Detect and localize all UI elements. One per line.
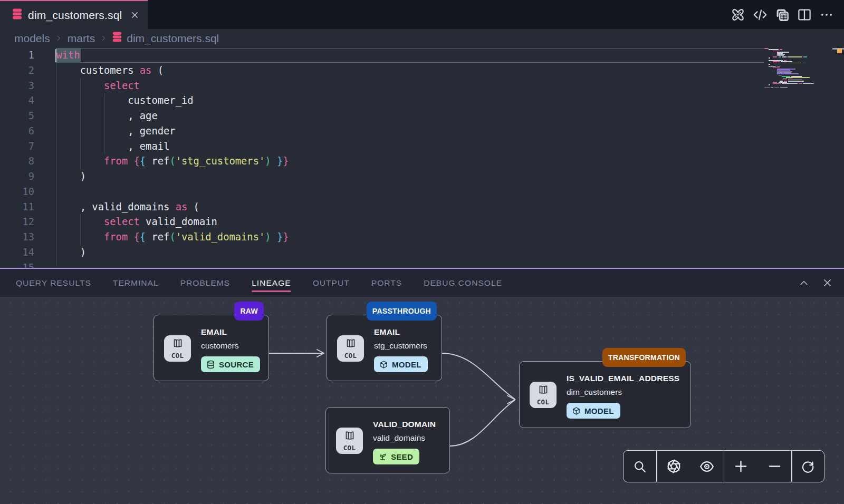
zoom-out-icon[interactable]	[761, 451, 788, 482]
indent-guide	[80, 78, 81, 169]
columns-icon	[344, 430, 356, 443]
breadcrumb: models marts dim_customers.sql	[0, 29, 844, 47]
edge-valid_domains-to-dim_customers	[450, 400, 515, 446]
code-line-text: , email	[56, 139, 170, 154]
node-column-name: EMAIL	[374, 327, 400, 337]
breadcrumb-models[interactable]: models	[14, 32, 50, 45]
lineage-toolbar	[623, 450, 824, 482]
cube-icon	[379, 360, 388, 369]
code-line-4: 4 customer_id	[0, 93, 764, 109]
column-chip-label: COL	[171, 352, 184, 360]
column-chip-label: COL	[537, 398, 549, 406]
lineage-node-dim_customers[interactable]: COLIS_VALID_EMAIL_ADDRESSdim_customersMO…	[519, 361, 691, 428]
minimap[interactable]	[764, 48, 833, 268]
breadcrumb-file[interactable]: dim_customers.sql	[112, 32, 219, 45]
code-line-14: 14 )	[0, 245, 764, 260]
code-icon[interactable]	[752, 7, 768, 23]
node-type-label: MODEL	[584, 406, 614, 415]
code-line-1: 1with	[0, 48, 764, 63]
lineage-badge-transformation: TRANSFORMATION	[602, 348, 686, 367]
dbt-extension-icon[interactable]	[730, 7, 746, 23]
lineage-node-stg_customers[interactable]: COLEMAILstg_customersMODELPASSTHROUGH	[327, 315, 442, 381]
tab-close-icon[interactable]	[129, 9, 140, 21]
node-model-name: valid_domains	[373, 433, 425, 443]
breadcrumb-marts[interactable]: marts	[68, 32, 95, 45]
code-editor[interactable]: 1with2 customers as (3 select4 customer_…	[0, 47, 844, 268]
line-number: 8	[0, 154, 34, 169]
node-type-tag-model: MODEL	[567, 403, 620, 419]
code-line-text: from {{ ref('stg_customers') }}	[56, 154, 289, 169]
panel-tab-output[interactable]: OUTPUT	[313, 269, 350, 297]
code-line-text: from {{ ref('valid_domains') }}	[56, 230, 289, 245]
database-icon	[112, 32, 122, 45]
code-line-text: , age	[56, 109, 158, 124]
panel-tab-query-results[interactable]: QUERY RESULTS	[16, 269, 91, 297]
code-line-text: , valid_domains as (	[56, 200, 199, 215]
panel-tab-bar: QUERY RESULTSTERMINALPROBLEMSLINEAGEOUTP…	[0, 269, 844, 297]
node-type-tag-seed: SEED	[373, 449, 419, 464]
lineage-node-customers[interactable]: COLEMAILcustomersSOURCERAW	[154, 315, 269, 381]
panel-tab-terminal[interactable]: TERMINAL	[113, 269, 159, 297]
lineage-node-valid_domains[interactable]: COLVALID_DOMAINvalid_domainsSEED	[325, 407, 450, 473]
code-line-2: 2 customers as (	[0, 63, 764, 79]
node-type-label: SOURCE	[219, 360, 254, 369]
seed-icon	[378, 452, 387, 461]
code-line-5: 5 , age	[0, 109, 764, 124]
chevron-up-icon[interactable]	[798, 277, 810, 289]
refresh-icon[interactable]	[794, 451, 822, 482]
column-chip: COL	[164, 335, 191, 362]
search-icon[interactable]	[626, 451, 654, 482]
line-number: 6	[0, 124, 34, 139]
node-type-tag-source: SOURCE	[201, 356, 260, 372]
line-number: 11	[0, 200, 34, 215]
line-number: 1	[0, 48, 34, 63]
eye-icon[interactable]	[693, 451, 721, 482]
panel-tab-problems[interactable]: PROBLEMS	[180, 269, 231, 297]
tab-title: dim_customers.sql	[28, 9, 122, 22]
lineage-badge-raw: RAW	[234, 302, 264, 321]
node-column-name: EMAIL	[201, 327, 227, 337]
zoom-in-icon[interactable]	[727, 451, 755, 482]
code-line-6: 6 , gender	[0, 124, 764, 139]
code-line-13: 13 from {{ ref('valid_domains') }}	[0, 230, 764, 245]
overview-ruler-selection-mark	[837, 49, 842, 53]
editor-tab-dim-customers[interactable]: dim_customers.sql	[0, 0, 148, 29]
app-window: dim_customers.sql models marts dim_custo…	[0, 0, 844, 504]
panel-tab-debug-console[interactable]: DEBUG CONSOLE	[424, 269, 502, 297]
code-line-10: 10	[0, 185, 764, 200]
code-line-text: )	[56, 169, 87, 185]
line-number: 4	[0, 93, 34, 109]
edge-stg_customers-to-dim_customers	[442, 353, 515, 399]
lineage-canvas[interactable]: COLEMAILcustomersSOURCERAWCOLEMAILstg_cu…	[0, 297, 844, 504]
line-number: 15	[0, 260, 34, 268]
node-column-name: VALID_DOMAIN	[373, 420, 436, 429]
code-line-3: 3 select	[0, 79, 764, 94]
code-line-text: customer_id	[56, 93, 194, 109]
panel-tab-ports[interactable]: PORTS	[371, 269, 402, 297]
close-icon[interactable]	[821, 277, 833, 289]
code-line-text: , gender	[56, 124, 176, 139]
copy-table-icon[interactable]	[774, 7, 790, 23]
indent-guide	[80, 214, 81, 245]
code-line-text: with	[56, 48, 80, 63]
panel-tab-lineage[interactable]: LINEAGE	[252, 269, 291, 297]
line-number: 2	[0, 63, 34, 79]
node-type-label: MODEL	[392, 360, 421, 369]
node-model-name: customers	[201, 341, 239, 351]
column-chip: COL	[337, 335, 364, 362]
editor-tab-bar: dim_customers.sql	[0, 0, 844, 29]
line-number: 5	[0, 109, 34, 124]
database-icon	[206, 360, 215, 369]
aperture-icon[interactable]	[660, 451, 687, 482]
node-model-name: stg_customers	[374, 341, 427, 351]
ellipsis-icon[interactable]	[819, 7, 835, 23]
indent-guide	[56, 63, 57, 266]
code-line-8: 8 from {{ ref('stg_customers') }}	[0, 154, 764, 169]
panel-actions	[798, 269, 833, 297]
node-model-name: dim_customers	[567, 387, 622, 397]
line-number: 12	[0, 215, 34, 230]
column-chip-label: COL	[343, 444, 356, 452]
code-line-text: customers as (	[56, 63, 164, 79]
split-editor-icon[interactable]	[797, 7, 812, 23]
code-line-7: 7 , email	[0, 139, 764, 154]
